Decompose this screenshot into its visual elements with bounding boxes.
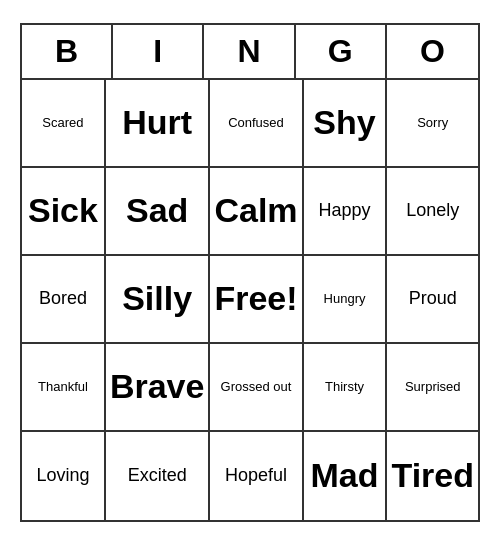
bingo-cell[interactable]: Sorry [387,80,478,168]
bingo-cell[interactable]: Loving [22,432,106,520]
cell-text: Bored [39,288,87,310]
cell-text: Brave [110,366,205,407]
cell-text: Hungry [324,291,366,307]
header-letter: I [113,25,204,78]
cell-text: Free! [214,278,297,319]
bingo-cell[interactable]: Brave [106,344,211,432]
bingo-cell[interactable]: Sad [106,168,211,256]
bingo-cell[interactable]: Happy [304,168,388,256]
cell-text: Proud [409,288,457,310]
bingo-cell[interactable]: Tired [387,432,478,520]
cell-text: Thirsty [325,379,364,395]
cell-text: Confused [228,115,284,131]
bingo-cell[interactable]: Excited [106,432,211,520]
cell-text: Mad [311,455,379,496]
bingo-grid: ScaredHurtConfusedShySorrySickSadCalmHap… [22,80,478,520]
cell-text: Scared [42,115,83,131]
bingo-cell[interactable]: Mad [304,432,388,520]
cell-text: Lonely [406,200,459,222]
cell-text: Loving [36,465,89,487]
bingo-cell[interactable]: Hopeful [210,432,303,520]
cell-text: Surprised [405,379,461,395]
bingo-cell[interactable]: Hungry [304,256,388,344]
cell-text: Hopeful [225,465,287,487]
bingo-cell[interactable]: Scared [22,80,106,168]
bingo-cell[interactable]: Shy [304,80,388,168]
bingo-cell[interactable]: Calm [210,168,303,256]
bingo-cell[interactable]: Proud [387,256,478,344]
bingo-cell[interactable]: Sick [22,168,106,256]
bingo-cell[interactable]: Free! [210,256,303,344]
header-letter: B [22,25,113,78]
cell-text: Silly [122,278,192,319]
cell-text: Thankful [38,379,88,395]
cell-text: Tired [391,455,474,496]
bingo-cell[interactable]: Thirsty [304,344,388,432]
cell-text: Sorry [417,115,448,131]
bingo-cell[interactable]: Lonely [387,168,478,256]
header-letter: G [296,25,387,78]
cell-text: Excited [128,465,187,487]
cell-text: Calm [214,190,297,231]
cell-text: Sad [126,190,188,231]
bingo-cell[interactable]: Thankful [22,344,106,432]
cell-text: Sick [28,190,98,231]
bingo-cell[interactable]: Hurt [106,80,211,168]
bingo-card: BINGO ScaredHurtConfusedShySorrySickSadC… [20,23,480,522]
header-letter: N [204,25,295,78]
bingo-header: BINGO [22,25,478,80]
cell-text: Grossed out [221,379,292,395]
bingo-cell[interactable]: Grossed out [210,344,303,432]
bingo-cell[interactable]: Surprised [387,344,478,432]
bingo-cell[interactable]: Confused [210,80,303,168]
cell-text: Shy [313,102,375,143]
bingo-cell[interactable]: Bored [22,256,106,344]
header-letter: O [387,25,478,78]
cell-text: Hurt [122,102,192,143]
bingo-cell[interactable]: Silly [106,256,211,344]
cell-text: Happy [319,200,371,222]
